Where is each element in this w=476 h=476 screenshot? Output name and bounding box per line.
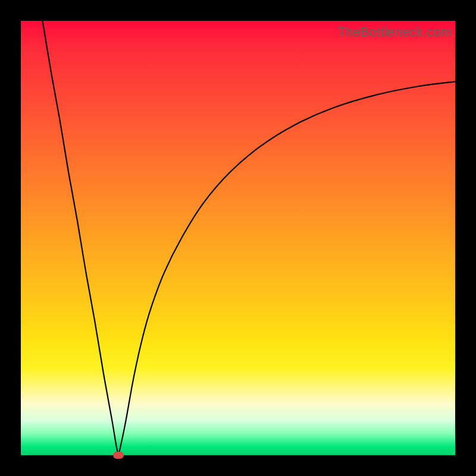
curve-right-branch: [118, 82, 455, 455]
plot-area: TheBottleneck.com: [21, 21, 455, 455]
chart-frame: TheBottleneck.com: [0, 0, 476, 476]
curve-left-branch: [43, 21, 119, 455]
bottleneck-curve: [21, 21, 455, 455]
minimum-marker: [113, 452, 124, 459]
